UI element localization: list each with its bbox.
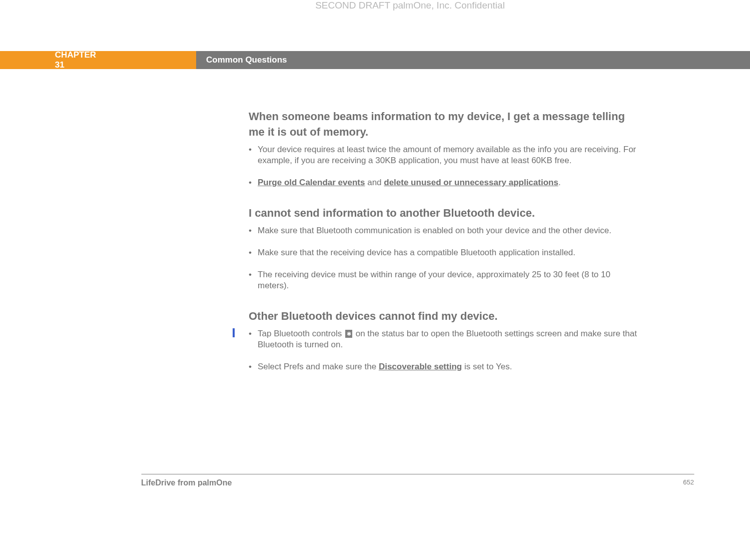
change-bar-icon: [233, 328, 235, 337]
bullet-text: Tap Bluetooth controls on the status bar…: [258, 328, 639, 350]
page-footer: LifeDrive from palmOne 652: [56, 474, 694, 487]
text-pre: Tap Bluetooth controls: [258, 329, 344, 338]
footer-divider: [141, 474, 694, 474]
section-title: Common Questions: [196, 51, 750, 69]
bullet-dot: •: [249, 144, 258, 166]
link-delete-apps[interactable]: delete unused or unnecessary application…: [384, 178, 558, 187]
bullet-dot: •: [249, 328, 258, 350]
bullet-dot: •: [249, 177, 258, 188]
bullet-text: Your device requires at least twice the …: [258, 144, 639, 166]
bullet-dot: •: [249, 269, 258, 291]
bullet-text: Select Prefs and make sure the Discovera…: [258, 361, 639, 372]
bullet-item: • Purge old Calendar events and delete u…: [249, 177, 639, 188]
heading-cannot-send-bluetooth: I cannot send information to another Blu…: [249, 206, 639, 221]
link-discoverable-setting[interactable]: Discoverable setting: [379, 362, 462, 371]
footer-page-number: 652: [683, 478, 694, 487]
bullet-text: The receiving device must be within rang…: [258, 269, 639, 291]
bullet-text: Make sure that the receiving device has …: [258, 247, 639, 258]
bullet-text: Make sure that Bluetooth communication i…: [258, 225, 639, 236]
text-period: .: [558, 178, 561, 187]
bullet-item: • Select Prefs and make sure the Discove…: [249, 361, 639, 372]
bullet-text: Purge old Calendar events and delete unu…: [258, 177, 639, 188]
text-and: and: [365, 178, 384, 187]
chapter-label: CHAPTER 31: [0, 51, 196, 69]
bullet-item: • Your device requires at least twice th…: [249, 144, 639, 166]
main-content: When someone beams information to my dev…: [249, 109, 639, 372]
bullet-dot: •: [249, 361, 258, 372]
heading-cannot-find-device: Other Bluetooth devices cannot find my d…: [249, 309, 639, 324]
footer-product-name: LifeDrive from palmOne: [141, 478, 232, 487]
bullet-item: • Make sure that Bluetooth communication…: [249, 225, 639, 236]
bullet-item: • The receiving device must be within ra…: [249, 269, 639, 291]
heading-beam-memory: When someone beams information to my dev…: [249, 109, 639, 140]
link-purge-calendar[interactable]: Purge old Calendar events: [258, 178, 365, 187]
header-bar: CHAPTER 31 Common Questions: [56, 51, 694, 69]
bullet-item: • Tap Bluetooth controls on the status b…: [249, 328, 639, 350]
bluetooth-icon: [345, 330, 352, 338]
bullet-dot: •: [249, 247, 258, 258]
bullet-dot: •: [249, 225, 258, 236]
bullet-item: • Make sure that the receiving device ha…: [249, 247, 639, 258]
watermark-text: SECOND DRAFT palmOne, Inc. Confidential: [126, 0, 694, 11]
text-post: is set to Yes.: [462, 362, 512, 371]
text-pre: Select Prefs and make sure the: [258, 362, 379, 371]
